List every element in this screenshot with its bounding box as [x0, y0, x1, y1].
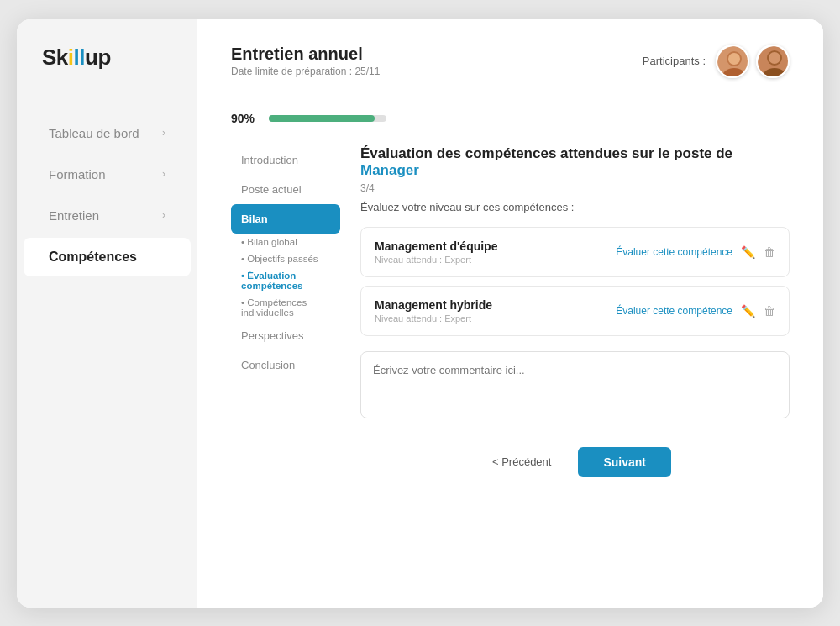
- competence-info-equipe: Management d'équipe Niveau attendu : Exp…: [375, 239, 497, 265]
- edit-icon-hybride[interactable]: ✏️: [741, 304, 755, 318]
- competence-name-equipe: Management d'équipe: [375, 239, 497, 253]
- chevron-right-icon: ›: [162, 127, 165, 139]
- sidebar-item-entretien[interactable]: Entretien ›: [24, 197, 191, 234]
- comment-textarea[interactable]: [360, 351, 790, 418]
- left-nav: Introduction Poste actuel Bilan Bilan gl…: [231, 145, 340, 477]
- edit-icon-equipe[interactable]: ✏️: [741, 245, 755, 259]
- progress-bar-fill: [269, 115, 375, 122]
- header-title-block: Entretien annuel Date limite de préparat…: [231, 45, 380, 77]
- avatar-man: [756, 45, 790, 78]
- eval-link-equipe[interactable]: Évaluer cette compétence: [616, 246, 732, 258]
- content-area: Introduction Poste actuel Bilan Bilan gl…: [231, 145, 790, 477]
- progress-label: 90%: [231, 112, 260, 125]
- eval-link-hybride[interactable]: Évaluer cette compétence: [616, 305, 732, 317]
- nav-item-conclusion[interactable]: Conclusion: [231, 350, 340, 380]
- nav-sub-objectifs-passes[interactable]: Objectifs passés: [231, 250, 340, 267]
- app-container: Skillup Tableau de bord › Formation › En…: [17, 19, 823, 608]
- sidebar-item-label: Formation: [49, 167, 106, 181]
- chevron-right-icon: ›: [162, 209, 165, 221]
- logo-text: Skillup: [42, 45, 111, 70]
- page-title: Entretien annuel: [231, 45, 380, 64]
- svg-point-7: [769, 52, 780, 64]
- competence-level-hybride: Niveau attendu : Expert: [375, 313, 492, 324]
- right-content: Évaluation des compétences attendues sur…: [360, 145, 790, 477]
- delete-icon-equipe[interactable]: 🗑: [764, 245, 775, 259]
- sidebar-item-tableau-de-bord[interactable]: Tableau de bord ›: [24, 114, 191, 152]
- nav-sub-competences-individuelles[interactable]: Compétences individuelles: [231, 294, 340, 321]
- nav-sub-bilan-global[interactable]: Bilan global: [231, 234, 340, 250]
- sidebar-item-label: Entretien: [49, 208, 99, 223]
- competence-info-hybride: Management hybride Niveau attendu : Expe…: [375, 298, 492, 324]
- competence-level-equipe: Niveau attendu : Expert: [375, 255, 497, 265]
- chevron-right-icon: ›: [162, 168, 165, 180]
- participants-block: Participants :: [643, 45, 790, 78]
- next-button[interactable]: Suivant: [578, 447, 671, 477]
- section-title: Évaluation des compétences attendues sur…: [360, 145, 790, 179]
- nav-item-perspectives[interactable]: Perspectives: [231, 321, 340, 350]
- prev-button[interactable]: < Précédent: [479, 447, 564, 476]
- competence-card-hybride: Management hybride Niveau attendu : Expe…: [360, 286, 790, 336]
- date-limit: Date limite de préparation : 25/11: [231, 66, 380, 77]
- section-subtitle: 3/4: [360, 182, 790, 194]
- avatar-woman: [716, 45, 749, 78]
- nav-item-introduction[interactable]: Introduction: [231, 145, 340, 175]
- sidebar-item-competences[interactable]: Compétences: [24, 238, 191, 276]
- sidebar-item-label: Tableau de bord: [49, 126, 139, 140]
- main-panel: Entretien annuel Date limite de préparat…: [197, 19, 823, 608]
- progress-section: 90%: [231, 112, 790, 125]
- sidebar-item-formation[interactable]: Formation ›: [24, 155, 191, 193]
- sidebar-item-label: Compétences: [49, 250, 137, 265]
- delete-icon-hybride[interactable]: 🗑: [764, 304, 775, 318]
- logo: Skillup: [17, 45, 197, 113]
- participants-label: Participants :: [643, 55, 706, 67]
- svg-point-3: [728, 53, 740, 65]
- competence-name-hybride: Management hybride: [375, 298, 492, 312]
- competence-actions-equipe: Évaluer cette compétence ✏️ 🗑: [616, 245, 775, 259]
- nav-item-bilan[interactable]: Bilan: [231, 204, 340, 234]
- section-description: Évaluez votre niveau sur ces compétences…: [360, 201, 790, 213]
- competence-actions-hybride: Évaluer cette compétence ✏️ 🗑: [616, 304, 775, 318]
- competence-card-equipe: Management d'équipe Niveau attendu : Exp…: [360, 227, 790, 277]
- page-header: Entretien annuel Date limite de préparat…: [231, 45, 790, 78]
- progress-bar-background: [269, 115, 386, 122]
- footer-actions: < Précédent Suivant: [360, 447, 790, 477]
- nav-item-poste-actuel[interactable]: Poste actuel: [231, 175, 340, 204]
- nav-sub-evaluation-competences[interactable]: Évaluation compétences: [231, 267, 340, 294]
- title-prefix: Évaluation des compétences attendues sur…: [360, 145, 732, 161]
- title-highlight: Manager: [360, 162, 419, 178]
- sidebar: Skillup Tableau de bord › Formation › En…: [17, 19, 197, 608]
